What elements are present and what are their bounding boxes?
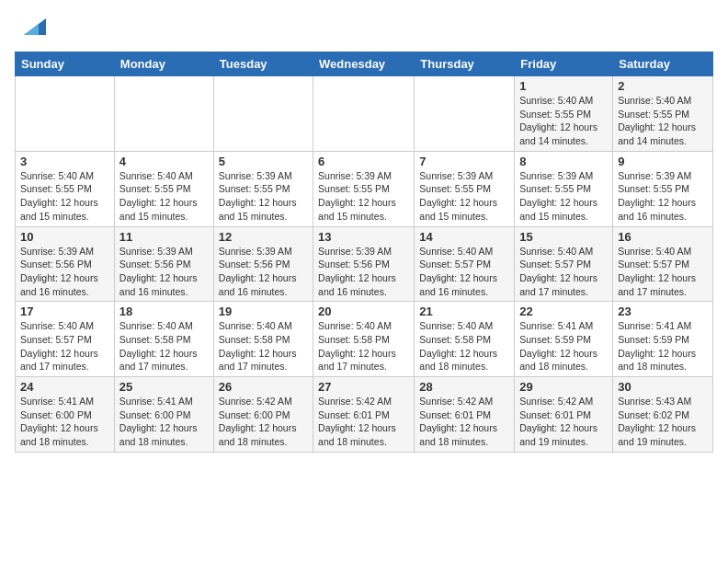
day-number: 13 <box>318 230 409 244</box>
day-cell-14: 14Sunrise: 5:40 AM Sunset: 5:57 PM Dayli… <box>415 226 515 302</box>
day-info: Sunrise: 5:39 AM Sunset: 5:55 PM Dayligh… <box>419 169 509 224</box>
day-number: 19 <box>219 304 308 318</box>
day-cell-7: 7Sunrise: 5:39 AM Sunset: 5:55 PM Daylig… <box>415 151 515 226</box>
day-number: 22 <box>519 304 608 318</box>
day-info: Sunrise: 5:40 AM Sunset: 5:57 PM Dayligh… <box>519 245 608 299</box>
day-cell-3: 3Sunrise: 5:40 AM Sunset: 5:55 PM Daylig… <box>16 151 115 226</box>
day-number: 30 <box>618 380 708 394</box>
day-info: Sunrise: 5:42 AM Sunset: 6:01 PM Dayligh… <box>519 395 608 449</box>
calendar-table: SundayMondayTuesdayWednesdayThursdayFrid… <box>15 52 713 453</box>
day-info: Sunrise: 5:40 AM Sunset: 5:55 PM Dayligh… <box>119 169 209 224</box>
day-cell-21: 21Sunrise: 5:40 AM Sunset: 5:58 PM Dayli… <box>415 302 515 377</box>
weekday-header-monday: Monday <box>114 52 213 76</box>
day-number: 27 <box>318 380 409 394</box>
day-cell-10: 10Sunrise: 5:39 AM Sunset: 5:56 PM Dayli… <box>16 226 115 302</box>
day-cell-24: 24Sunrise: 5:41 AM Sunset: 6:00 PM Dayli… <box>16 377 115 453</box>
day-info: Sunrise: 5:40 AM Sunset: 5:58 PM Dayligh… <box>119 319 209 373</box>
day-info: Sunrise: 5:40 AM Sunset: 5:58 PM Dayligh… <box>318 319 409 373</box>
weekday-header-tuesday: Tuesday <box>213 52 313 76</box>
header <box>15 15 713 40</box>
day-number: 3 <box>20 155 109 168</box>
empty-cell <box>213 76 313 152</box>
day-number: 23 <box>618 304 708 318</box>
day-cell-2: 2Sunrise: 5:40 AM Sunset: 5:55 PM Daylig… <box>613 76 713 152</box>
day-info: Sunrise: 5:40 AM Sunset: 5:58 PM Dayligh… <box>219 319 308 373</box>
day-number: 17 <box>20 304 109 318</box>
day-cell-27: 27Sunrise: 5:42 AM Sunset: 6:01 PM Dayli… <box>313 377 415 453</box>
day-number: 12 <box>219 230 308 244</box>
day-number: 14 <box>419 230 509 244</box>
empty-cell <box>415 76 515 152</box>
day-number: 25 <box>119 380 209 394</box>
weekday-header-sunday: Sunday <box>16 52 115 76</box>
day-number: 8 <box>519 155 608 168</box>
day-number: 11 <box>119 230 209 244</box>
day-number: 4 <box>119 155 209 168</box>
day-cell-25: 25Sunrise: 5:41 AM Sunset: 6:00 PM Dayli… <box>114 377 213 453</box>
day-number: 1 <box>519 79 608 93</box>
day-number: 26 <box>219 380 308 394</box>
weekday-header-friday: Friday <box>515 52 613 76</box>
empty-cell <box>114 76 213 152</box>
empty-cell <box>313 76 415 152</box>
day-info: Sunrise: 5:42 AM Sunset: 6:01 PM Dayligh… <box>318 395 409 449</box>
day-cell-12: 12Sunrise: 5:39 AM Sunset: 5:56 PM Dayli… <box>213 226 313 302</box>
weekday-header-row: SundayMondayTuesdayWednesdayThursdayFrid… <box>16 52 713 76</box>
day-cell-30: 30Sunrise: 5:43 AM Sunset: 6:02 PM Dayli… <box>613 377 713 453</box>
day-cell-4: 4Sunrise: 5:40 AM Sunset: 5:55 PM Daylig… <box>114 151 213 226</box>
day-info: Sunrise: 5:40 AM Sunset: 5:58 PM Dayligh… <box>419 319 509 373</box>
day-cell-28: 28Sunrise: 5:42 AM Sunset: 6:01 PM Dayli… <box>415 377 515 453</box>
day-number: 2 <box>618 79 708 93</box>
day-cell-17: 17Sunrise: 5:40 AM Sunset: 5:57 PM Dayli… <box>16 302 115 377</box>
day-info: Sunrise: 5:41 AM Sunset: 5:59 PM Dayligh… <box>519 319 608 373</box>
day-info: Sunrise: 5:40 AM Sunset: 5:57 PM Dayligh… <box>419 245 509 299</box>
day-cell-29: 29Sunrise: 5:42 AM Sunset: 6:01 PM Dayli… <box>515 377 613 453</box>
day-info: Sunrise: 5:42 AM Sunset: 6:00 PM Dayligh… <box>219 395 308 449</box>
weekday-header-wednesday: Wednesday <box>313 52 415 76</box>
weekday-header-thursday: Thursday <box>415 52 515 76</box>
logo <box>15 15 46 40</box>
day-number: 21 <box>419 304 509 318</box>
day-cell-23: 23Sunrise: 5:41 AM Sunset: 5:59 PM Dayli… <box>613 302 713 377</box>
day-cell-6: 6Sunrise: 5:39 AM Sunset: 5:55 PM Daylig… <box>313 151 415 226</box>
day-info: Sunrise: 5:39 AM Sunset: 5:56 PM Dayligh… <box>318 245 409 299</box>
day-cell-22: 22Sunrise: 5:41 AM Sunset: 5:59 PM Dayli… <box>515 302 613 377</box>
week-row-4: 17Sunrise: 5:40 AM Sunset: 5:57 PM Dayli… <box>16 302 713 377</box>
logo-icon <box>20 15 46 40</box>
day-number: 29 <box>519 380 608 394</box>
day-info: Sunrise: 5:42 AM Sunset: 6:01 PM Dayligh… <box>419 395 509 449</box>
day-number: 15 <box>519 230 608 244</box>
svg-marker-1 <box>24 24 39 35</box>
day-number: 24 <box>20 380 109 394</box>
day-cell-9: 9Sunrise: 5:39 AM Sunset: 5:55 PM Daylig… <box>613 151 713 226</box>
day-info: Sunrise: 5:39 AM Sunset: 5:55 PM Dayligh… <box>318 169 409 224</box>
day-info: Sunrise: 5:40 AM Sunset: 5:55 PM Dayligh… <box>618 94 708 148</box>
day-info: Sunrise: 5:39 AM Sunset: 5:56 PM Dayligh… <box>119 245 209 299</box>
day-cell-1: 1Sunrise: 5:40 AM Sunset: 5:55 PM Daylig… <box>515 76 613 152</box>
day-info: Sunrise: 5:39 AM Sunset: 5:56 PM Dayligh… <box>20 245 109 299</box>
day-cell-16: 16Sunrise: 5:40 AM Sunset: 5:57 PM Dayli… <box>613 226 713 302</box>
day-info: Sunrise: 5:39 AM Sunset: 5:55 PM Dayligh… <box>219 169 308 224</box>
day-cell-11: 11Sunrise: 5:39 AM Sunset: 5:56 PM Dayli… <box>114 226 213 302</box>
day-info: Sunrise: 5:40 AM Sunset: 5:57 PM Dayligh… <box>618 245 708 299</box>
week-row-2: 3Sunrise: 5:40 AM Sunset: 5:55 PM Daylig… <box>16 151 713 226</box>
day-number: 10 <box>20 230 109 244</box>
day-cell-26: 26Sunrise: 5:42 AM Sunset: 6:00 PM Dayli… <box>213 377 313 453</box>
day-info: Sunrise: 5:41 AM Sunset: 5:59 PM Dayligh… <box>618 319 708 373</box>
day-info: Sunrise: 5:40 AM Sunset: 5:57 PM Dayligh… <box>20 319 109 373</box>
week-row-3: 10Sunrise: 5:39 AM Sunset: 5:56 PM Dayli… <box>16 226 713 302</box>
page: SundayMondayTuesdayWednesdayThursdayFrid… <box>0 0 728 460</box>
day-cell-8: 8Sunrise: 5:39 AM Sunset: 5:55 PM Daylig… <box>515 151 613 226</box>
day-info: Sunrise: 5:39 AM Sunset: 5:56 PM Dayligh… <box>219 245 308 299</box>
day-cell-13: 13Sunrise: 5:39 AM Sunset: 5:56 PM Dayli… <box>313 226 415 302</box>
day-cell-20: 20Sunrise: 5:40 AM Sunset: 5:58 PM Dayli… <box>313 302 415 377</box>
day-cell-19: 19Sunrise: 5:40 AM Sunset: 5:58 PM Dayli… <box>213 302 313 377</box>
day-info: Sunrise: 5:40 AM Sunset: 5:55 PM Dayligh… <box>519 94 608 148</box>
day-number: 16 <box>618 230 708 244</box>
week-row-1: 1Sunrise: 5:40 AM Sunset: 5:55 PM Daylig… <box>16 76 713 152</box>
day-number: 7 <box>419 155 509 168</box>
week-row-5: 24Sunrise: 5:41 AM Sunset: 6:00 PM Dayli… <box>16 377 713 453</box>
day-info: Sunrise: 5:39 AM Sunset: 5:55 PM Dayligh… <box>618 169 708 224</box>
day-number: 9 <box>618 155 708 168</box>
weekday-header-saturday: Saturday <box>613 52 713 76</box>
